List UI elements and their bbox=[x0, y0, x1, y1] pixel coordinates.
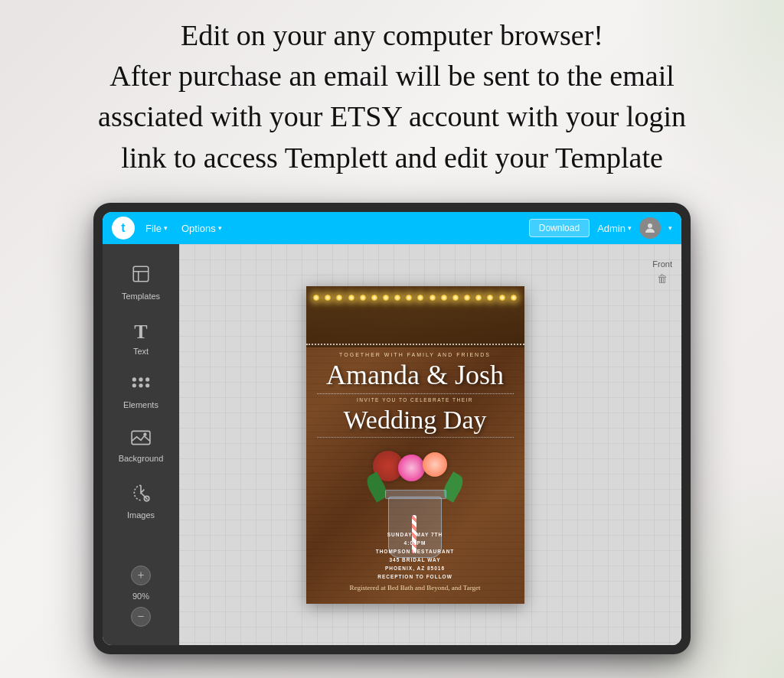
light-bulb bbox=[498, 294, 506, 302]
nav-file[interactable]: File ▾ bbox=[145, 223, 168, 234]
templates-label: Templates bbox=[122, 292, 160, 301]
flower-pink bbox=[398, 455, 425, 481]
dotted-divider-2 bbox=[317, 437, 514, 438]
svg-point-4 bbox=[132, 377, 136, 381]
device-screen: t File ▾ Options ▾ Download Admin bbox=[103, 212, 681, 645]
light-bulb bbox=[510, 294, 518, 302]
zoom-level-display: 90% bbox=[132, 592, 149, 601]
download-button[interactable]: Download bbox=[529, 219, 590, 237]
light-bulb bbox=[394, 294, 401, 302]
event-reception: Reception to follow bbox=[314, 572, 517, 581]
svg-point-11 bbox=[143, 433, 146, 436]
elements-label: Elements bbox=[123, 400, 158, 409]
sidebar-item-elements[interactable]: Elements bbox=[106, 368, 175, 417]
event-time: 4:00PM bbox=[314, 539, 517, 547]
svg-rect-1 bbox=[133, 266, 149, 282]
options-chevron-icon: ▾ bbox=[218, 224, 222, 232]
dotted-divider-1 bbox=[317, 393, 514, 394]
admin-chevron-icon: ▾ bbox=[628, 224, 632, 232]
event-city: Phoenix, AZ 85016 bbox=[314, 564, 517, 572]
light-bulb bbox=[359, 294, 367, 302]
light-bulb bbox=[429, 294, 436, 302]
light-bulb bbox=[348, 294, 355, 302]
sidebar: Templates T Text bbox=[103, 244, 179, 645]
mason-jar-top bbox=[385, 490, 446, 499]
app-body: Templates T Text bbox=[103, 244, 681, 645]
light-bulb bbox=[475, 294, 482, 302]
event-address: 345 Bridal Way bbox=[314, 556, 517, 564]
templates-icon bbox=[131, 264, 151, 288]
elements-icon bbox=[131, 376, 151, 397]
app-logo: t bbox=[112, 217, 135, 240]
avatar[interactable] bbox=[639, 217, 661, 239]
text-icon: T bbox=[134, 321, 147, 344]
header-actions: Download Admin ▾ ▾ bbox=[529, 217, 672, 239]
zoom-in-button[interactable]: + bbox=[131, 566, 151, 585]
delete-icon[interactable]: 🗑 bbox=[657, 273, 668, 285]
wedding-day-text: Wedding Day bbox=[317, 406, 514, 434]
invite-text: Invite you to celebrate their bbox=[317, 397, 514, 403]
invitation-content: Together with Family and Friends Amanda … bbox=[306, 347, 524, 446]
app-nav: File ▾ Options ▾ bbox=[145, 223, 529, 234]
app-header: t File ▾ Options ▾ Download Admin bbox=[103, 212, 681, 244]
plus-icon: + bbox=[137, 569, 144, 582]
device-frame: t File ▾ Options ▾ Download Admin bbox=[93, 203, 691, 654]
images-icon bbox=[131, 483, 151, 507]
light-bulb bbox=[335, 294, 343, 302]
header-line1: Edit on your any computer browser! bbox=[181, 19, 603, 51]
names-text: Amanda & Josh bbox=[317, 360, 514, 391]
invitation-card[interactable]: Together with Family and Friends Amanda … bbox=[306, 286, 524, 604]
event-details: Sunday, May 7th 4:00PM Thompson Restaura… bbox=[306, 530, 524, 591]
light-bulb bbox=[416, 294, 424, 302]
background-icon bbox=[131, 429, 151, 451]
svg-point-9 bbox=[145, 383, 149, 387]
sidebar-item-text[interactable]: T Text bbox=[106, 313, 175, 363]
light-bulb bbox=[382, 294, 390, 302]
event-date: Sunday, May 7th bbox=[314, 530, 517, 539]
images-label: Images bbox=[127, 510, 155, 520]
event-venue: Thompson Restaurant bbox=[314, 547, 517, 556]
string-lights bbox=[306, 294, 524, 302]
right-panel: Front 🗑 bbox=[652, 259, 672, 285]
device-wrapper: t File ▾ Options ▾ Download Admin bbox=[93, 203, 691, 654]
front-label: Front bbox=[652, 259, 672, 269]
light-bulb bbox=[371, 294, 378, 302]
canvas-area[interactable]: Together with Family and Friends Amanda … bbox=[179, 244, 681, 645]
background-label: Background bbox=[119, 454, 164, 463]
registered-text: Registered at Bed Bath and Beyond, and T… bbox=[314, 584, 517, 592]
svg-point-7 bbox=[132, 383, 136, 387]
nav-options[interactable]: Options ▾ bbox=[181, 223, 222, 234]
header-line3: assciated with your ETSY account with yo… bbox=[98, 100, 686, 132]
header-line4: link to access Templett and edit your Te… bbox=[121, 142, 663, 174]
header-line2: After purchase an email will be sent to … bbox=[109, 60, 675, 92]
dotted-border-top bbox=[306, 344, 524, 346]
light-bulb bbox=[452, 294, 459, 302]
light-bulb bbox=[312, 294, 320, 302]
lights-section bbox=[306, 286, 524, 347]
flower-peach bbox=[423, 452, 447, 477]
light-bulb bbox=[324, 294, 332, 302]
svg-rect-10 bbox=[132, 431, 150, 444]
zoom-out-button[interactable]: − bbox=[131, 607, 151, 627]
avatar-chevron-icon: ▾ bbox=[668, 224, 672, 232]
file-chevron-icon: ▾ bbox=[164, 224, 168, 232]
light-bulb bbox=[405, 294, 413, 302]
admin-button[interactable]: Admin ▾ bbox=[597, 223, 632, 234]
light-bulb bbox=[440, 294, 448, 302]
sidebar-item-background[interactable]: Background bbox=[106, 422, 175, 471]
svg-point-0 bbox=[648, 223, 652, 228]
together-text: Together with Family and Friends bbox=[317, 352, 514, 357]
text-label: Text bbox=[133, 347, 149, 356]
light-bulb bbox=[486, 294, 494, 302]
header-text-block: Edit on your any computer browser! After… bbox=[47, 15, 737, 178]
svg-point-6 bbox=[145, 377, 149, 381]
minus-icon: − bbox=[137, 610, 144, 624]
svg-point-5 bbox=[139, 377, 142, 381]
sidebar-item-templates[interactable]: Templates bbox=[106, 256, 175, 308]
svg-point-8 bbox=[139, 383, 142, 387]
light-bulb bbox=[463, 294, 471, 302]
sidebar-item-images[interactable]: Images bbox=[106, 475, 175, 527]
